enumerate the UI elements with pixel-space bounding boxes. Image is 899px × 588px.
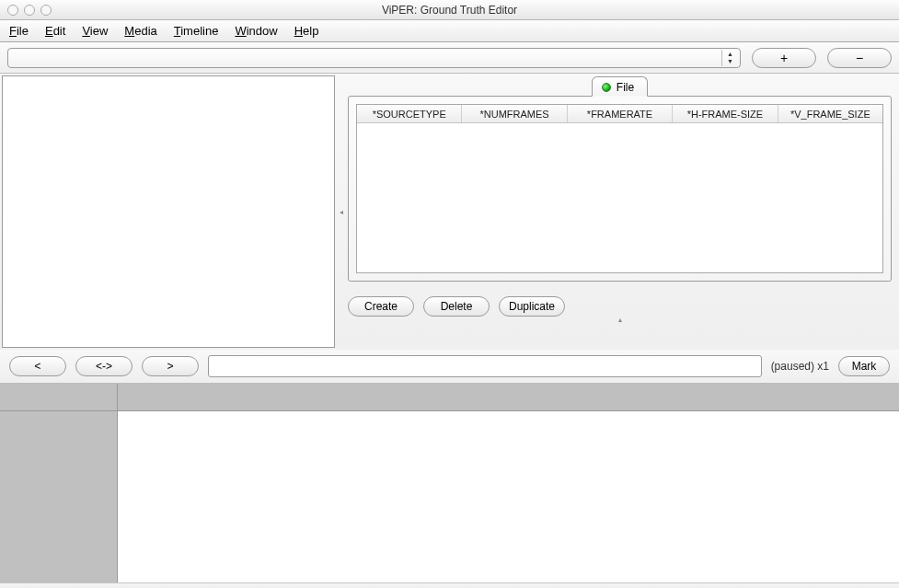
- file-attributes-table[interactable]: *SOURCETYPE *NUMFRAMES *FRAMERATE *H-FRA…: [356, 104, 883, 273]
- table-body: [357, 123, 882, 272]
- close-window-button[interactable]: [7, 5, 18, 16]
- remove-button[interactable]: −: [827, 48, 892, 68]
- tab-strip: File: [348, 75, 892, 96]
- frame-readout-field[interactable]: [208, 355, 762, 377]
- inspector-pane: File *SOURCETYPE *NUMFRAMES *FRAMERATE *…: [344, 74, 899, 350]
- window-title: ViPER: Ground Truth Editor: [0, 4, 899, 17]
- col-numframes[interactable]: *NUMFRAMES: [462, 105, 567, 122]
- step-fwd-button[interactable]: >: [142, 356, 199, 376]
- mark-button[interactable]: Mark: [838, 356, 890, 376]
- timeline-panel: [0, 383, 899, 582]
- horizontal-splitter[interactable]: ▴: [348, 317, 892, 324]
- video-canvas[interactable]: [2, 75, 335, 348]
- play-pause-button[interactable]: <->: [75, 356, 133, 376]
- titlebar: ViPER: Ground Truth Editor: [0, 0, 899, 20]
- col-hframesize[interactable]: *H-FRAME-SIZE: [673, 105, 778, 122]
- menu-help[interactable]: Help: [291, 22, 323, 40]
- col-framerate[interactable]: *FRAMERATE: [568, 105, 673, 122]
- menu-file[interactable]: File: [6, 22, 32, 40]
- delete-button[interactable]: Delete: [423, 296, 490, 317]
- combo-stepper-icon: ▲ ▼: [721, 50, 738, 66]
- create-button[interactable]: Create: [348, 296, 414, 317]
- instance-button-row: Create Delete Duplicate: [348, 296, 892, 317]
- playback-bar: < <-> > (paused) x1 Mark: [0, 350, 899, 383]
- menu-view[interactable]: View: [78, 22, 111, 40]
- col-vframesize[interactable]: *V_FRAME_SIZE: [778, 105, 882, 122]
- window-controls: [7, 5, 52, 16]
- menu-media[interactable]: Media: [121, 22, 160, 40]
- menubar: File Edit View Media Timeline Window Hel…: [0, 20, 899, 42]
- timeline-corner: [0, 384, 117, 411]
- add-button[interactable]: +: [752, 48, 816, 68]
- minimize-window-button[interactable]: [24, 5, 35, 16]
- main-split: ◂ File *SOURCETYPE *NUMFRAMES *FRAMERATE…: [0, 74, 899, 350]
- menu-timeline[interactable]: Timeline: [170, 22, 223, 40]
- horizontal-scrollbar[interactable]: [0, 582, 899, 588]
- toolbar: ▲ ▼ + −: [0, 42, 899, 74]
- menu-edit[interactable]: Edit: [41, 22, 69, 40]
- duplicate-button[interactable]: Duplicate: [499, 296, 565, 317]
- timeline-canvas[interactable]: [118, 411, 899, 582]
- menu-window[interactable]: Window: [231, 22, 281, 40]
- tab-file-label: File: [617, 81, 634, 94]
- media-selector-combo[interactable]: ▲ ▼: [7, 48, 741, 68]
- playback-status: (paused) x1: [771, 360, 829, 373]
- col-sourcetype[interactable]: *SOURCETYPE: [357, 105, 462, 122]
- tab-file[interactable]: File: [592, 76, 648, 97]
- tab-body-file: *SOURCETYPE *NUMFRAMES *FRAMERATE *H-FRA…: [348, 96, 892, 282]
- timeline-track-labels: [0, 384, 118, 582]
- timeline-ruler[interactable]: [118, 384, 899, 411]
- zoom-window-button[interactable]: [40, 5, 52, 16]
- table-header: *SOURCETYPE *NUMFRAMES *FRAMERATE *H-FRA…: [357, 105, 882, 123]
- timeline-tracks: [118, 384, 899, 582]
- status-dot-icon: [602, 83, 611, 92]
- step-back-button[interactable]: <: [9, 356, 66, 376]
